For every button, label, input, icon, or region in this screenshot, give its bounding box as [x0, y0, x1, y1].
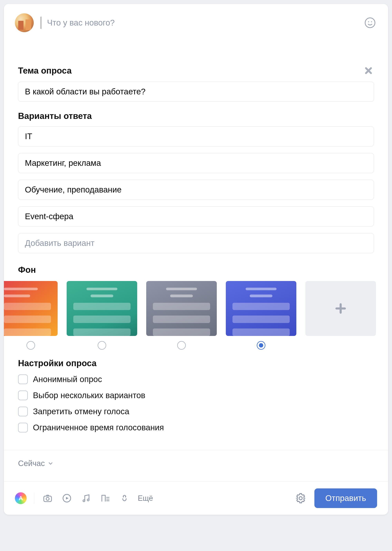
poll-setting-label: Выбор нескольких вариантов: [33, 391, 145, 400]
toolbar-left: A: [15, 492, 287, 504]
poll-setting-label: Запретить отмену голоса: [33, 407, 129, 416]
svg-point-1: [368, 22, 369, 22]
svg-point-4: [46, 497, 49, 500]
composer-row: [4, 4, 388, 42]
svg-point-2: [371, 22, 372, 22]
poll-setting-row: Анонимный опрос: [18, 374, 374, 384]
video-icon[interactable]: [61, 492, 73, 504]
toolbar-divider: [34, 493, 34, 504]
checkbox[interactable]: [18, 423, 28, 433]
svg-rect-3: [44, 496, 52, 501]
checkbox[interactable]: [18, 374, 28, 384]
poll-background-add[interactable]: [305, 281, 376, 336]
toolbar-more[interactable]: Ещё: [138, 494, 155, 502]
clip-icon[interactable]: [119, 492, 130, 504]
poll-add-answer-input[interactable]: [18, 233, 374, 253]
poll-answer-input[interactable]: [18, 126, 374, 146]
poll-background-option-gray[interactable]: [146, 281, 217, 336]
poll-setting-label: Анонимный опрос: [33, 375, 102, 384]
poll-topic-header: Тема опроса: [18, 65, 374, 76]
poll-setting-row: Запретить отмену голоса: [18, 406, 374, 416]
schedule-label: Сейчас: [18, 459, 45, 468]
composer-toolbar: A: [4, 482, 388, 515]
poll-background-option-blue[interactable]: [226, 281, 296, 336]
svg-point-7: [87, 499, 89, 501]
gear-icon[interactable]: [295, 492, 307, 504]
text-style-icon[interactable]: A: [15, 492, 27, 504]
close-icon[interactable]: [363, 65, 374, 76]
avatar[interactable]: [15, 13, 34, 32]
poll-background-radio[interactable]: [98, 341, 106, 350]
poll-answer-input[interactable]: [18, 206, 374, 226]
poll-background-radio-selected[interactable]: [257, 341, 265, 350]
svg-point-6: [83, 500, 85, 502]
poll-settings-list: Анонимный опрос Выбор нескольких вариант…: [18, 374, 374, 433]
music-icon[interactable]: [80, 492, 92, 504]
poll-setting-label: Ограниченное время голосования: [33, 423, 164, 432]
svg-point-0: [365, 18, 375, 28]
composer-input[interactable]: [47, 18, 356, 28]
schedule-dropdown[interactable]: Сейчас: [18, 459, 54, 468]
poll-background-radio-row: [4, 341, 374, 350]
poll-background-row: [4, 281, 374, 336]
text-caret: [41, 17, 41, 29]
poll-builder: Тема опроса Варианты ответа Фон: [4, 65, 388, 482]
poll-background-label: Фон: [18, 265, 374, 275]
poll-topic-input[interactable]: [18, 82, 374, 102]
poll-settings-label: Настройки опроса: [18, 358, 374, 368]
post-composer-card: Тема опроса Варианты ответа Фон: [4, 4, 388, 515]
poll-background-radio[interactable]: [177, 341, 186, 350]
poll-answer-input[interactable]: [18, 180, 374, 200]
svg-point-8: [299, 497, 302, 500]
checkbox[interactable]: [18, 406, 28, 416]
toolbar-more-label: Ещё: [138, 494, 153, 502]
poll-answers-label: Варианты ответа: [18, 111, 374, 121]
article-icon[interactable]: [99, 492, 111, 504]
emoji-icon[interactable]: [363, 16, 377, 30]
poll-background-option-orange[interactable]: [4, 281, 58, 336]
poll-topic-label: Тема опроса: [18, 66, 71, 76]
poll-background-option-teal[interactable]: [67, 281, 137, 336]
poll-answer-input[interactable]: [18, 153, 374, 173]
camera-icon[interactable]: [42, 492, 54, 504]
poll-setting-row: Выбор нескольких вариантов: [18, 391, 374, 400]
poll-background-radio[interactable]: [27, 341, 35, 350]
chevron-down-icon: [48, 461, 54, 466]
poll-setting-row: Ограниченное время голосования: [18, 423, 374, 433]
send-button[interactable]: Отправить: [314, 488, 377, 508]
checkbox[interactable]: [18, 391, 28, 400]
